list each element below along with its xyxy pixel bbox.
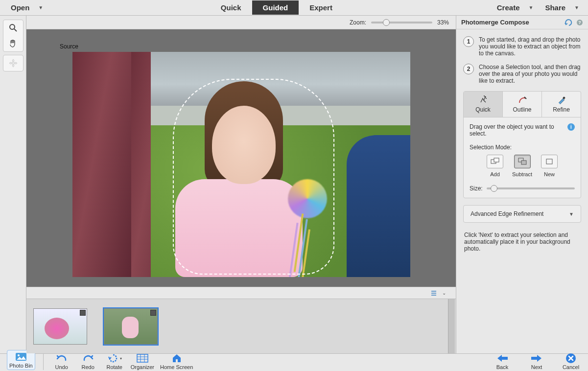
info-icon[interactable]: i: [567, 123, 575, 131]
chevron-down-icon: ▼: [574, 5, 579, 10]
separator: [43, 353, 44, 370]
toolbox-top: [3, 20, 24, 52]
photo-bin-scrollbar[interactable]: [448, 299, 455, 353]
panel-list-icon[interactable]: [430, 290, 437, 296]
source-photo[interactable]: [72, 52, 410, 277]
selection-tab-outline[interactable]: Outline: [503, 92, 542, 117]
selection-tab-quick[interactable]: Quick: [464, 92, 503, 117]
source-label: Source: [60, 43, 78, 50]
step-2-text: Choose a Selection tool, and then drag o…: [479, 64, 581, 84]
step-number-1: 1: [463, 36, 474, 47]
zoom-tool[interactable]: [3, 20, 23, 36]
photo-bin-strip: [26, 299, 456, 353]
cancel-button[interactable]: Cancel: [561, 353, 581, 370]
svg-point-9: [484, 95, 485, 96]
tab-expert[interactable]: Expert: [299, 0, 343, 15]
undo-button[interactable]: Undo: [51, 353, 72, 370]
zoom-label: Zoom:: [350, 19, 366, 26]
add-icon: [487, 155, 503, 168]
svg-text:?: ?: [578, 20, 581, 25]
home-icon: [169, 353, 184, 364]
photo-person-left: [72, 52, 151, 277]
photo-person-right: [347, 135, 410, 277]
move-tool[interactable]: [3, 55, 23, 71]
mode-new-label: New: [544, 171, 555, 177]
step-number-2: 2: [463, 64, 474, 74]
inspector-panel: Photomerge Compose ? 1 To get started, d…: [456, 16, 588, 353]
canvas-area: Zoom: 33% Source ⌄: [26, 16, 456, 353]
undo-label: Undo: [55, 364, 68, 370]
chevron-down-icon: ▼: [528, 5, 533, 10]
cancel-label: Cancel: [563, 364, 579, 370]
selection-tab-refine-label: Refine: [553, 106, 570, 113]
svg-line-1: [14, 29, 17, 31]
svg-point-7: [484, 96, 486, 98]
chevron-down-icon: ▼: [38, 5, 43, 10]
selection-tab-quick-label: Quick: [475, 106, 491, 113]
selection-hint: Drag over the object you want to select.: [470, 123, 564, 137]
hand-tool[interactable]: [3, 36, 23, 51]
advanced-edge-refinement[interactable]: Advanced Edge Refinement ▼: [463, 205, 581, 223]
tool-strip: [0, 16, 26, 353]
thumb-expand-icon[interactable]: [80, 310, 86, 316]
next-button[interactable]: Next: [526, 353, 547, 370]
share-label: Share: [545, 3, 565, 12]
open-menu[interactable]: Open ▼: [0, 3, 56, 12]
svg-point-17: [18, 354, 20, 356]
organizer-icon: [135, 353, 150, 364]
mode-add[interactable]: Add: [487, 155, 503, 177]
back-label: Back: [496, 364, 508, 370]
top-menubar: Open ▼ Quick Guided Expert Create ▼ Shar…: [0, 0, 588, 16]
step-1-text: To get started, drag and drop the photo …: [479, 36, 581, 57]
svg-rect-12: [494, 158, 499, 162]
share-menu[interactable]: Share ▼: [545, 3, 579, 12]
advanced-label: Advanced Edge Refinement: [470, 210, 543, 217]
rotate-button[interactable]: ▾ Rotate: [104, 353, 125, 370]
svg-point-8: [486, 98, 487, 99]
mode-subtract-label: Subtract: [512, 171, 532, 177]
size-slider[interactable]: [487, 187, 575, 189]
thumbnail-2[interactable]: [104, 308, 158, 345]
back-button[interactable]: Back: [492, 353, 513, 370]
canvas-viewport[interactable]: Source: [26, 29, 456, 287]
chevron-down-icon[interactable]: ⌄: [442, 290, 446, 296]
size-label: Size:: [470, 185, 483, 192]
redo-icon: [81, 353, 95, 364]
open-label: Open: [11, 3, 29, 12]
reset-icon[interactable]: [564, 19, 573, 26]
mode-new[interactable]: New: [541, 155, 558, 177]
next-arrow-icon: [529, 353, 544, 364]
organizer-label: Organizer: [131, 364, 154, 370]
bottom-toolbar: Photo Bin Undo Redo ▾ Rotate Organizer H…: [0, 353, 588, 371]
redo-button[interactable]: Redo: [78, 353, 98, 370]
svg-point-0: [10, 24, 15, 29]
selection-tab-outline-label: Outline: [513, 106, 531, 113]
home-button[interactable]: Home Screen: [160, 353, 193, 370]
redo-label: Redo: [82, 364, 94, 370]
selection-tab-refine[interactable]: Refine: [542, 92, 581, 117]
svg-rect-18: [137, 354, 148, 362]
thumbnail-1[interactable]: [33, 308, 87, 345]
thumb-expand-icon[interactable]: [150, 310, 156, 316]
toolbox-move: [3, 55, 24, 71]
mode-tabs: Quick Guided Expert: [56, 0, 497, 15]
tab-quick[interactable]: Quick: [210, 0, 252, 15]
canvas-panel-bar: ⌄: [26, 287, 456, 299]
zoom-bar: Zoom: 33%: [26, 16, 456, 29]
inspector-header: Photomerge Compose ?: [456, 16, 588, 29]
create-menu[interactable]: Create ▼: [497, 3, 534, 12]
tab-guided[interactable]: Guided: [252, 0, 299, 15]
undo-icon: [54, 353, 69, 364]
selection-marquee: [173, 79, 334, 275]
rotate-label: Rotate: [106, 364, 122, 370]
chevron-down-icon: ▼: [569, 211, 574, 217]
zoom-slider[interactable]: [371, 22, 432, 23]
rotate-icon: ▾: [107, 353, 122, 364]
organizer-button[interactable]: Organizer: [131, 353, 154, 370]
create-label: Create: [497, 3, 520, 12]
help-icon[interactable]: ?: [576, 19, 583, 26]
mode-subtract[interactable]: Subtract: [512, 155, 532, 177]
selection-tool-panel: Quick Outline Refine Drag over the objec…: [463, 91, 581, 198]
step-2: 2 Choose a Selection tool, and then drag…: [463, 64, 581, 84]
home-label: Home Screen: [160, 364, 193, 370]
